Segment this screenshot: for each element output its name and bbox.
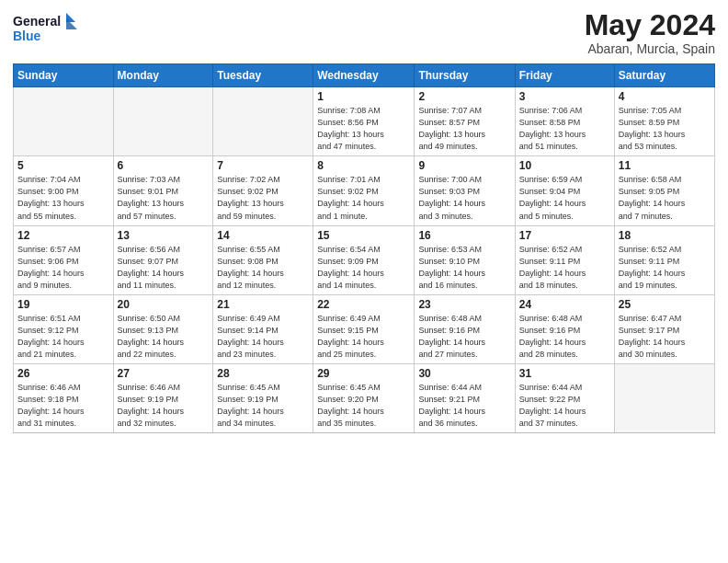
month-year: May 2024	[585, 9, 715, 41]
day-info: Sunrise: 6:49 AM Sunset: 9:14 PM Dayligh…	[217, 313, 309, 361]
svg-text:Blue: Blue	[13, 29, 41, 43]
day-info: Sunrise: 7:05 AM Sunset: 8:59 PM Dayligh…	[619, 105, 711, 153]
calendar-cell-w1-d5: 2Sunrise: 7:07 AM Sunset: 8:57 PM Daylig…	[415, 87, 515, 156]
day-info: Sunrise: 6:50 AM Sunset: 9:13 PM Dayligh…	[118, 313, 210, 361]
day-info: Sunrise: 7:08 AM Sunset: 8:56 PM Dayligh…	[317, 105, 410, 153]
calendar-cell-w2-d6: 10Sunrise: 6:59 AM Sunset: 9:04 PM Dayli…	[515, 156, 614, 225]
day-info: Sunrise: 7:04 AM Sunset: 9:00 PM Dayligh…	[17, 174, 109, 222]
col-tuesday: Tuesday	[213, 64, 313, 87]
day-info: Sunrise: 6:55 AM Sunset: 9:08 PM Dayligh…	[217, 244, 309, 292]
header-row: Sunday Monday Tuesday Wednesday Thursday…	[14, 64, 715, 87]
day-info: Sunrise: 6:53 AM Sunset: 9:10 PM Dayligh…	[418, 244, 510, 292]
day-info: Sunrise: 7:00 AM Sunset: 9:03 PM Dayligh…	[418, 174, 510, 222]
day-number: 5	[17, 159, 109, 172]
day-info: Sunrise: 6:46 AM Sunset: 9:19 PM Dayligh…	[118, 382, 210, 430]
calendar-cell-w4-d2: 20Sunrise: 6:50 AM Sunset: 9:13 PM Dayli…	[113, 294, 213, 363]
calendar-cell-w3-d3: 14Sunrise: 6:55 AM Sunset: 9:08 PM Dayli…	[213, 225, 313, 294]
day-number: 12	[17, 229, 109, 242]
day-info: Sunrise: 7:07 AM Sunset: 8:57 PM Dayligh…	[418, 105, 510, 153]
day-number: 28	[217, 367, 309, 380]
week-row-4: 19Sunrise: 6:51 AM Sunset: 9:12 PM Dayli…	[14, 294, 715, 363]
calendar-cell-w5-d3: 28Sunrise: 6:45 AM Sunset: 9:19 PM Dayli…	[213, 363, 313, 432]
calendar-cell-w4-d6: 24Sunrise: 6:48 AM Sunset: 9:16 PM Dayli…	[515, 294, 614, 363]
col-sunday: Sunday	[14, 64, 114, 87]
calendar-cell-w1-d4: 1Sunrise: 7:08 AM Sunset: 8:56 PM Daylig…	[313, 87, 415, 156]
location: Abaran, Murcia, Spain	[585, 41, 715, 56]
col-friday: Friday	[515, 64, 614, 87]
day-info: Sunrise: 7:06 AM Sunset: 8:58 PM Dayligh…	[519, 105, 610, 153]
day-number: 21	[217, 298, 309, 311]
calendar-cell-w2-d7: 11Sunrise: 6:58 AM Sunset: 9:05 PM Dayli…	[614, 156, 714, 225]
calendar-cell-w1-d2	[113, 87, 213, 156]
day-info: Sunrise: 6:45 AM Sunset: 9:20 PM Dayligh…	[317, 382, 410, 430]
day-number: 22	[317, 298, 410, 311]
calendar-cell-w1-d3	[213, 87, 313, 156]
day-info: Sunrise: 6:48 AM Sunset: 9:16 PM Dayligh…	[519, 313, 610, 361]
calendar-cell-w5-d6: 31Sunrise: 6:44 AM Sunset: 9:22 PM Dayli…	[515, 363, 614, 432]
day-info: Sunrise: 6:45 AM Sunset: 9:19 PM Dayligh…	[217, 382, 309, 430]
day-number: 14	[217, 229, 309, 242]
day-info: Sunrise: 6:54 AM Sunset: 9:09 PM Dayligh…	[317, 244, 410, 292]
day-number: 23	[418, 298, 510, 311]
day-number: 18	[619, 229, 711, 242]
calendar-cell-w4-d4: 22Sunrise: 6:49 AM Sunset: 9:15 PM Dayli…	[313, 294, 415, 363]
day-number: 20	[118, 298, 210, 311]
day-info: Sunrise: 6:46 AM Sunset: 9:18 PM Dayligh…	[17, 382, 109, 430]
day-number: 17	[519, 229, 610, 242]
day-number: 11	[619, 159, 711, 172]
day-number: 6	[118, 159, 210, 172]
page: General Blue May 2024 Abaran, Murcia, Sp…	[0, 0, 728, 563]
day-info: Sunrise: 7:01 AM Sunset: 9:02 PM Dayligh…	[317, 174, 410, 222]
day-info: Sunrise: 6:48 AM Sunset: 9:16 PM Dayligh…	[418, 313, 510, 361]
day-number: 2	[418, 90, 510, 103]
day-number: 19	[17, 298, 109, 311]
calendar-cell-w3-d1: 12Sunrise: 6:57 AM Sunset: 9:06 PM Dayli…	[14, 225, 114, 294]
day-number: 26	[17, 367, 109, 380]
day-number: 13	[118, 229, 210, 242]
day-info: Sunrise: 6:51 AM Sunset: 9:12 PM Dayligh…	[17, 313, 109, 361]
calendar-cell-w2-d1: 5Sunrise: 7:04 AM Sunset: 9:00 PM Daylig…	[14, 156, 114, 225]
day-number: 25	[619, 298, 711, 311]
calendar-cell-w3-d6: 17Sunrise: 6:52 AM Sunset: 9:11 PM Dayli…	[515, 225, 614, 294]
calendar-cell-w3-d7: 18Sunrise: 6:52 AM Sunset: 9:11 PM Dayli…	[614, 225, 714, 294]
day-number: 16	[418, 229, 510, 242]
calendar-cell-w5-d7	[614, 363, 714, 432]
header: General Blue May 2024 Abaran, Murcia, Sp…	[13, 9, 715, 56]
col-thursday: Thursday	[415, 64, 515, 87]
day-info: Sunrise: 6:59 AM Sunset: 9:04 PM Dayligh…	[519, 174, 610, 222]
week-row-2: 5Sunrise: 7:04 AM Sunset: 9:00 PM Daylig…	[14, 156, 715, 225]
col-saturday: Saturday	[614, 64, 714, 87]
day-info: Sunrise: 6:56 AM Sunset: 9:07 PM Dayligh…	[118, 244, 210, 292]
calendar-cell-w4-d3: 21Sunrise: 6:49 AM Sunset: 9:14 PM Dayli…	[213, 294, 313, 363]
day-number: 30	[418, 367, 510, 380]
calendar-cell-w1-d6: 3Sunrise: 7:06 AM Sunset: 8:58 PM Daylig…	[515, 87, 614, 156]
day-info: Sunrise: 6:44 AM Sunset: 9:22 PM Dayligh…	[519, 382, 610, 430]
day-number: 31	[519, 367, 610, 380]
calendar-cell-w5-d1: 26Sunrise: 6:46 AM Sunset: 9:18 PM Dayli…	[14, 363, 114, 432]
week-row-1: 1Sunrise: 7:08 AM Sunset: 8:56 PM Daylig…	[14, 87, 715, 156]
day-number: 4	[619, 90, 711, 103]
col-wednesday: Wednesday	[313, 64, 415, 87]
day-number: 24	[519, 298, 610, 311]
calendar-cell-w2-d3: 7Sunrise: 7:02 AM Sunset: 9:02 PM Daylig…	[213, 156, 313, 225]
calendar-cell-w5-d2: 27Sunrise: 6:46 AM Sunset: 9:19 PM Dayli…	[113, 363, 213, 432]
day-number: 9	[418, 159, 510, 172]
day-info: Sunrise: 6:57 AM Sunset: 9:06 PM Dayligh…	[17, 244, 109, 292]
day-info: Sunrise: 6:44 AM Sunset: 9:21 PM Dayligh…	[418, 382, 510, 430]
day-info: Sunrise: 6:58 AM Sunset: 9:05 PM Dayligh…	[619, 174, 711, 222]
calendar-cell-w2-d2: 6Sunrise: 7:03 AM Sunset: 9:01 PM Daylig…	[113, 156, 213, 225]
day-info: Sunrise: 6:52 AM Sunset: 9:11 PM Dayligh…	[619, 244, 711, 292]
calendar-cell-w4-d7: 25Sunrise: 6:47 AM Sunset: 9:17 PM Dayli…	[614, 294, 714, 363]
day-number: 3	[519, 90, 610, 103]
logo-svg: General Blue	[13, 9, 77, 48]
calendar-cell-w4-d5: 23Sunrise: 6:48 AM Sunset: 9:16 PM Dayli…	[415, 294, 515, 363]
svg-text:General: General	[13, 14, 61, 29]
calendar-cell-w2-d5: 9Sunrise: 7:00 AM Sunset: 9:03 PM Daylig…	[415, 156, 515, 225]
day-info: Sunrise: 7:02 AM Sunset: 9:02 PM Dayligh…	[217, 174, 309, 222]
day-info: Sunrise: 7:03 AM Sunset: 9:01 PM Dayligh…	[118, 174, 210, 222]
calendar-cell-w2-d4: 8Sunrise: 7:01 AM Sunset: 9:02 PM Daylig…	[313, 156, 415, 225]
week-row-5: 26Sunrise: 6:46 AM Sunset: 9:18 PM Dayli…	[14, 363, 715, 432]
logo: General Blue	[13, 9, 77, 48]
day-number: 8	[317, 159, 410, 172]
day-number: 15	[317, 229, 410, 242]
